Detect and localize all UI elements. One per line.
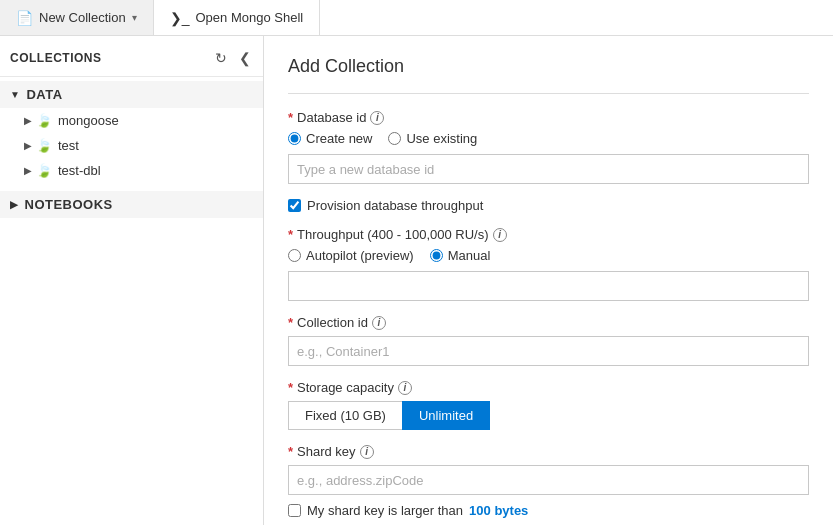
list-item[interactable]: ▶ 🍃 mongoose <box>0 108 263 133</box>
shard-key-group: * Shard key i My shard key is larger tha… <box>288 444 809 518</box>
create-new-radio-label[interactable]: Create new <box>288 131 372 146</box>
notebooks-section: ▶ NOTEBOOKS <box>0 187 263 222</box>
autopilot-radio-label[interactable]: Autopilot (preview) <box>288 248 414 263</box>
panel-divider <box>288 93 809 94</box>
throughput-group: * Throughput (400 - 100,000 RU/s) i Auto… <box>288 227 809 301</box>
notebooks-chevron-icon: ▶ <box>10 199 19 210</box>
shard-key-info-icon[interactable]: i <box>360 445 374 459</box>
test-chevron-icon: ▶ <box>24 140 32 151</box>
storage-capacity-buttons: Fixed (10 GB) Unlimited <box>288 401 809 430</box>
mongoose-chevron-icon: ▶ <box>24 115 32 126</box>
use-existing-radio[interactable] <box>388 132 401 145</box>
create-new-radio[interactable] <box>288 132 301 145</box>
shard-checkbox-text: My shard key is larger than <box>307 503 463 518</box>
collapse-icon[interactable]: ❮ <box>237 48 253 68</box>
storage-capacity-group: * Storage capacity i Fixed (10 GB) Unlim… <box>288 380 809 430</box>
database-id-input[interactable] <box>288 154 809 184</box>
database-id-group: * Database id i Create new Use existing <box>288 110 809 184</box>
testdbl-db-icon: 🍃 <box>36 163 52 178</box>
database-id-label-row: * Database id i <box>288 110 809 125</box>
shard-required-star: * <box>288 444 293 459</box>
notebooks-section-header[interactable]: ▶ NOTEBOOKS <box>0 191 263 218</box>
shard-size-checkbox-label[interactable]: My shard key is larger than 100 bytes <box>288 503 809 518</box>
collection-id-label-text: Collection id <box>297 315 368 330</box>
throughput-mode-radio-group: Autopilot (preview) Manual <box>288 248 809 263</box>
required-star: * <box>288 110 293 125</box>
list-item[interactable]: ▶ 🍃 test <box>0 133 263 158</box>
fixed-storage-button[interactable]: Fixed (10 GB) <box>288 401 402 430</box>
create-new-label: Create new <box>306 131 372 146</box>
sidebar-header: COLLECTIONS ↻ ❮ <box>0 36 263 77</box>
mongo-shell-icon: ❯_ <box>170 10 190 26</box>
provision-label: Provision database throughput <box>307 198 483 213</box>
autopilot-radio[interactable] <box>288 249 301 262</box>
manual-label: Manual <box>448 248 491 263</box>
database-id-label-text: Database id <box>297 110 366 125</box>
mongoose-label: mongoose <box>58 113 119 128</box>
database-id-info-icon[interactable]: i <box>370 111 384 125</box>
collection-required-star: * <box>288 315 293 330</box>
test-label: test <box>58 138 79 153</box>
shard-key-input[interactable] <box>288 465 809 495</box>
main-content: COLLECTIONS ↻ ❮ ▼ DATA ▶ 🍃 mongoose ▶ 🍃 … <box>0 36 833 525</box>
provision-checkbox[interactable] <box>288 199 301 212</box>
new-collection-button[interactable]: 📄 New Collection ▾ <box>0 0 154 35</box>
shard-size-checkbox[interactable] <box>288 504 301 517</box>
collection-id-label-row: * Collection id i <box>288 315 809 330</box>
notebooks-section-label: NOTEBOOKS <box>25 197 113 212</box>
unlimited-storage-button[interactable]: Unlimited <box>402 401 490 430</box>
throughput-value-input[interactable]: 400 <box>288 271 809 301</box>
list-item[interactable]: ▶ 🍃 test-dbl <box>0 158 263 183</box>
collection-id-input[interactable] <box>288 336 809 366</box>
collection-id-group: * Collection id i <box>288 315 809 366</box>
sidebar-icons: ↻ ❮ <box>213 48 253 68</box>
toolbar: 📄 New Collection ▾ ❯_ Open Mongo Shell <box>0 0 833 36</box>
new-collection-icon: 📄 <box>16 10 33 26</box>
new-collection-chevron-icon: ▾ <box>132 12 137 23</box>
manual-radio[interactable] <box>430 249 443 262</box>
provision-checkbox-label[interactable]: Provision database throughput <box>288 198 809 213</box>
data-section-label: DATA <box>26 87 62 102</box>
storage-capacity-label-row: * Storage capacity i <box>288 380 809 395</box>
open-mongo-shell-button[interactable]: ❯_ Open Mongo Shell <box>154 0 320 35</box>
throughput-required-star: * <box>288 227 293 242</box>
shard-bytes-highlight: 100 bytes <box>469 503 528 518</box>
autopilot-label: Autopilot (preview) <box>306 248 414 263</box>
test-db-icon: 🍃 <box>36 138 52 153</box>
storage-capacity-info-icon[interactable]: i <box>398 381 412 395</box>
testdbl-chevron-icon: ▶ <box>24 165 32 176</box>
mongoose-db-icon: 🍃 <box>36 113 52 128</box>
storage-required-star: * <box>288 380 293 395</box>
testdbl-label: test-dbl <box>58 163 101 178</box>
use-existing-label: Use existing <box>406 131 477 146</box>
data-section-chevron-icon: ▼ <box>10 89 20 100</box>
throughput-label-row: * Throughput (400 - 100,000 RU/s) i <box>288 227 809 242</box>
manual-radio-label[interactable]: Manual <box>430 248 491 263</box>
shard-key-label-row: * Shard key i <box>288 444 809 459</box>
collection-id-info-icon[interactable]: i <box>372 316 386 330</box>
sidebar: COLLECTIONS ↻ ❮ ▼ DATA ▶ 🍃 mongoose ▶ 🍃 … <box>0 36 264 525</box>
use-existing-radio-label[interactable]: Use existing <box>388 131 477 146</box>
throughput-info-icon[interactable]: i <box>493 228 507 242</box>
database-id-radio-group: Create new Use existing <box>288 131 809 146</box>
data-section-header[interactable]: ▼ DATA <box>0 81 263 108</box>
collections-title: COLLECTIONS <box>10 51 102 65</box>
open-mongo-shell-label: Open Mongo Shell <box>196 10 304 25</box>
refresh-icon[interactable]: ↻ <box>213 48 229 68</box>
data-section: ▼ DATA ▶ 🍃 mongoose ▶ 🍃 test ▶ 🍃 test-db… <box>0 77 263 187</box>
shard-key-label-text: Shard key <box>297 444 356 459</box>
panel-title: Add Collection <box>288 56 809 77</box>
storage-capacity-label-text: Storage capacity <box>297 380 394 395</box>
throughput-label-text: Throughput (400 - 100,000 RU/s) <box>297 227 489 242</box>
new-collection-label: New Collection <box>39 10 126 25</box>
add-collection-panel: Add Collection * Database id i Create ne… <box>264 36 833 525</box>
